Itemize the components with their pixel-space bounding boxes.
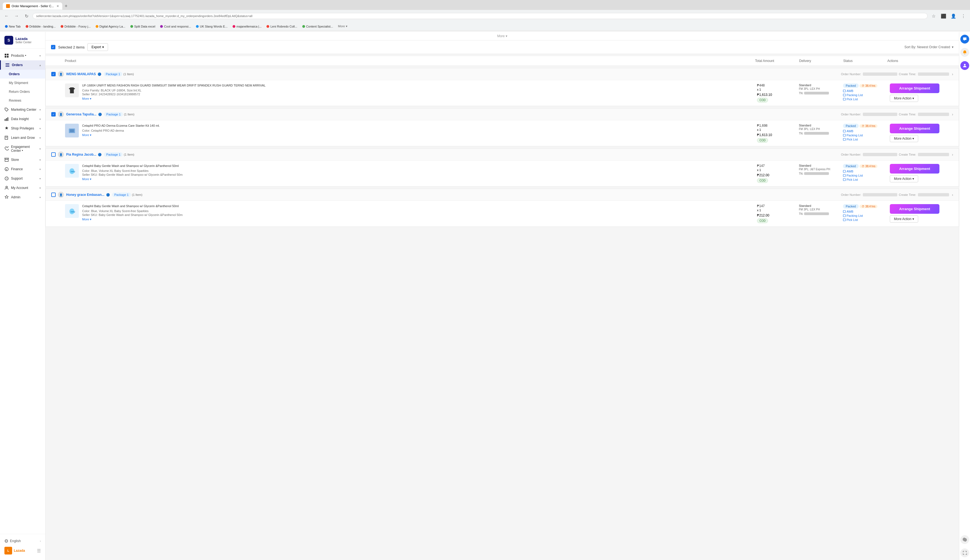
- sidebar-item-finance[interactable]: $ Finance ▾: [0, 165, 45, 174]
- sidebar-item-datainsight[interactable]: Data Insight ▾: [0, 114, 45, 124]
- expand-icon-btn[interactable]: [960, 548, 969, 557]
- order-2-more-link[interactable]: More ▾: [82, 133, 92, 137]
- order-1-sku: Seller SKU: 2423428922-16341819888572: [82, 93, 265, 96]
- sidebar-item-orders-parent[interactable]: Orders ▴: [0, 60, 45, 70]
- sidebar-item-engagement[interactable]: Engagement Center • ▾: [0, 142, 45, 155]
- order-1-awb[interactable]: AWB: [843, 89, 887, 93]
- order-3-packing[interactable]: Packing List: [843, 174, 887, 177]
- order-2-arrange-btn[interactable]: Arrange Shipment: [890, 124, 940, 133]
- order-4-more-link[interactable]: More ▾: [82, 218, 92, 221]
- account-button[interactable]: 👤: [950, 12, 957, 20]
- forward-button[interactable]: →: [13, 12, 20, 20]
- language-selector[interactable]: English ›: [4, 537, 41, 545]
- sidebar-item-products[interactable]: Products • ▾: [0, 51, 45, 60]
- select-all-checkbox[interactable]: ✓: [51, 45, 55, 49]
- bookmark-2[interactable]: Dribbble - Foxxy j...: [58, 24, 93, 29]
- reload-button[interactable]: ↻: [23, 12, 30, 20]
- learngrow-arrow: ▾: [39, 137, 41, 139]
- order-2-checkbox[interactable]: ✓: [51, 112, 56, 117]
- order-4-arrange-btn[interactable]: Arrange Shipment: [890, 204, 940, 214]
- sidebar-item-support[interactable]: ? Support ▾: [0, 174, 45, 183]
- bookmark-1[interactable]: Dribbble - landing...: [23, 24, 58, 29]
- product-3-img-icon: baby: [68, 167, 76, 175]
- order-1-arrange-btn[interactable]: Arrange Shipment: [890, 83, 940, 93]
- customer-4-name[interactable]: Honey grace Embasan...: [66, 193, 104, 197]
- order-3-more-link[interactable]: More ▾: [82, 177, 92, 181]
- order-2-picklist[interactable]: Pick List: [843, 138, 887, 141]
- bell-icon-btn[interactable]: [960, 48, 969, 57]
- order-2-meta: Order Number: ████████████████ Create Ti…: [841, 112, 953, 117]
- customer-1-name[interactable]: WENG MANLAPAS: [66, 72, 96, 76]
- order-4-checkbox[interactable]: [51, 193, 56, 197]
- sidebar-item-store[interactable]: Store ▾: [0, 155, 45, 165]
- order-1-checkbox[interactable]: ✓: [51, 72, 56, 76]
- order-4-meta: Order Number: ████████████████ Create Ti…: [841, 193, 953, 197]
- sidebar-item-reviews[interactable]: Reviews: [0, 96, 45, 105]
- order-2-package: Package 1: [104, 112, 123, 117]
- order-1-picklist[interactable]: Pick List: [843, 98, 887, 101]
- menu-button[interactable]: ⋮: [960, 12, 967, 20]
- bookmark-8[interactable]: Leni Robredo Coll...: [264, 24, 299, 29]
- bookmarks-more[interactable]: More ▾: [336, 24, 349, 29]
- back-button[interactable]: ←: [3, 12, 10, 20]
- tab-close-btn[interactable]: ✕: [57, 4, 59, 8]
- sidebar-item-admin[interactable]: Admin ▾: [0, 193, 45, 202]
- chat-icon-btn[interactable]: [960, 35, 969, 43]
- order-4-more-action-btn[interactable]: More Action ▾: [890, 215, 918, 223]
- order-4-arrow[interactable]: ›: [952, 193, 953, 197]
- order-2-more-action-btn[interactable]: More Action ▾: [890, 135, 918, 142]
- address-bar[interactable]: sellercenter.lazada.com.ph/apps/order/li…: [33, 13, 928, 19]
- order-3-arrow[interactable]: ›: [952, 152, 953, 157]
- order-4-picklist[interactable]: Pick List: [843, 218, 887, 222]
- svg-text:$: $: [6, 168, 7, 171]
- order-3-more-action-btn[interactable]: More Action ▾: [890, 175, 918, 182]
- customer-3-name[interactable]: Pia Regina Jacob...: [66, 153, 96, 157]
- bookmark-7[interactable]: majanellemaica |...: [230, 24, 264, 29]
- tag-icon: [4, 107, 9, 112]
- order-3-picklist[interactable]: Pick List: [843, 178, 887, 181]
- bookmark-button[interactable]: ☆: [930, 12, 937, 20]
- bookmark-newtab[interactable]: New Tab: [3, 24, 23, 29]
- order-3-arrange-btn[interactable]: Arrange Shipment: [890, 164, 940, 173]
- order-3-delivery: Standard FM 3PL: J&T Express PH TN: ████…: [799, 164, 843, 175]
- bookmark-9[interactable]: Content Specialist...: [300, 24, 336, 29]
- svg-rect-36: [843, 215, 845, 217]
- sidebar-item-privileges[interactable]: Shop Privileges ▾: [0, 124, 45, 133]
- sidebar-item-returnorders[interactable]: Return Orders: [0, 87, 45, 96]
- order-4-tracking: TN: ██████████: [799, 212, 843, 215]
- bookmark-4[interactable]: Split Data excel: [128, 24, 157, 29]
- bookmark-5[interactable]: Cool and responsi...: [158, 24, 193, 29]
- user-icon-btn[interactable]: [960, 61, 969, 70]
- extensions-button[interactable]: ⬛: [940, 12, 947, 20]
- order-2-delivery-method: Standard: [799, 124, 843, 127]
- order-2-arrow[interactable]: ›: [952, 112, 953, 117]
- sidebar-item-orders[interactable]: Orders: [0, 70, 45, 78]
- bookmark-3[interactable]: Digital Agency La...: [93, 24, 128, 29]
- customer-2-name[interactable]: Generosa Tapulia...: [66, 112, 97, 116]
- order-3-awb[interactable]: AWB: [843, 170, 887, 173]
- sidebar-item-myaccount[interactable]: My Account ▾: [0, 183, 45, 193]
- order-1-arrow[interactable]: ›: [952, 72, 953, 76]
- order-1-more-action-btn[interactable]: More Action ▾: [890, 95, 918, 102]
- sidebar-menu-icon[interactable]: ☰: [37, 548, 41, 553]
- export-button[interactable]: Export ▾: [87, 43, 108, 51]
- order-3-actions: Arrange Shipment More Action ▾: [887, 164, 953, 182]
- sort-info[interactable]: Sort By: Newest Order Created ▾: [905, 45, 953, 49]
- sidebar-item-marketing[interactable]: Marketing Center ▾: [0, 105, 45, 114]
- order-3-checkbox[interactable]: [51, 152, 56, 157]
- settings-icon-btn[interactable]: [960, 535, 969, 544]
- finance-icon: $: [4, 167, 9, 171]
- order-1-more-link[interactable]: More ▾: [82, 97, 92, 100]
- bookmark-6[interactable]: UK Slang Words E...: [194, 24, 230, 29]
- order-4-awb[interactable]: AWB: [843, 210, 887, 213]
- order-3-verify-icon: 🔵: [98, 153, 102, 157]
- order-1-packing[interactable]: Packing List: [843, 93, 887, 97]
- sidebar-label-privileges: Shop Privileges: [11, 127, 34, 130]
- sidebar-item-learngrow[interactable]: Learn and Grow ▾: [0, 133, 45, 142]
- new-tab-button[interactable]: +: [62, 3, 70, 9]
- active-tab[interactable]: Order Management - Seller C... ✕: [3, 2, 62, 10]
- order-2-packing[interactable]: Packing List: [843, 133, 887, 137]
- sidebar-item-myshipment[interactable]: My Shipment: [0, 78, 45, 87]
- order-4-packing[interactable]: Packing List: [843, 214, 887, 217]
- order-2-awb[interactable]: AWB: [843, 130, 887, 133]
